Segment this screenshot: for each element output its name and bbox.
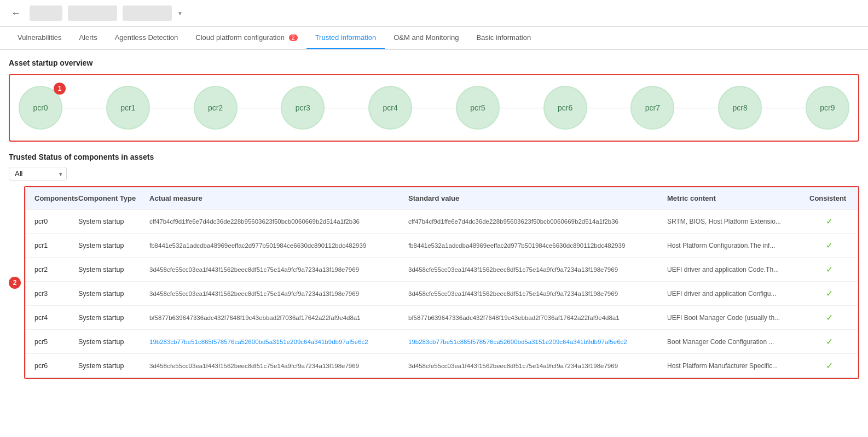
row-pcr1-actual: fb8441e532a1adcdba48969eeffac2d977b50198… [147,240,406,251]
row-pcr4-component: pcr4 [32,312,76,324]
pcr-circle-1[interactable]: pcr1 [106,86,150,130]
header-logo-area: ▼ [30,5,183,21]
filter-row: All Consistent Inconsistent [9,167,859,180]
table-row: pcr5 System startup 19b283cb77be51c865f5… [26,330,858,354]
tab-alerts[interactable]: Alerts [70,27,106,49]
pcr-circle-3[interactable]: pcr3 [281,86,325,130]
row-pcr2-metric: UEFI driver and application Code.Th... [665,264,807,276]
pcr-circle-5[interactable]: pcr5 [456,86,500,130]
row-pcr1-type: System startup [76,240,147,252]
table-header: Components Component Type Actual measure… [26,188,858,209]
trusted-status-title: Trusted Status of components in assets [9,153,859,161]
row-pcr6-actual: 3d458cfe55cc03ea1f443f1562beec8df51c75e1… [147,360,406,371]
row-pcr3-check: ✓ [807,286,851,301]
tab-om-monitoring[interactable]: O&M and Monitoring [385,27,467,49]
tab-cloud-platform[interactable]: Cloud platform configuration 2 [187,27,306,49]
row-pcr0-check: ✓ [807,214,851,229]
data-table: Components Component Type Actual measure… [25,187,858,378]
pcr0-badge: 1 [54,83,66,95]
row-pcr3-type: System startup [76,288,147,300]
row-pcr1-standard: fb8441e532a1adcdba48969eeffac2d977b50198… [406,240,665,251]
tab-vulnerabilities[interactable]: Vulnerabilities [9,27,70,49]
row-pcr5-type: System startup [76,336,147,348]
pcr-node-7: pcr7 [630,86,674,130]
row-pcr0-type: System startup [76,215,147,228]
row-pcr2-type: System startup [76,264,147,276]
logo-placeholder-2 [68,5,117,21]
row-pcr3-standard: 3d458cfe55cc03ea1f443f1562beec8df51c75e1… [406,288,665,299]
main-content: Asset startup overview pcr0 1 pcr1 pcr2 … [0,50,868,388]
pcr-node-6: pcr6 [543,86,587,130]
pcr-node-3: pcr3 [281,86,325,130]
row-pcr0-metric: SRTM, BIOS, Host Platform Extensio... [665,215,807,228]
row-pcr3-metric: UEFI driver and application Configu... [665,288,807,300]
filter-select-wrapper: All Consistent Inconsistent [9,167,67,180]
col-metric-content: Metric content [665,192,807,205]
asset-startup-title: Asset startup overview [9,59,859,67]
row-pcr0-standard: cff47b4cf9d1ffe6e7d4dc36de228b95603623f5… [406,216,665,227]
pcr-circle-8[interactable]: pcr8 [718,86,762,130]
row-pcr2-standard: 3d458cfe55cc03ea1f443f1562beec8df51c75e1… [406,264,665,275]
col-component-type: Component Type [76,192,147,205]
col-consistent: Consistent [807,192,851,205]
header-dropdown-arrow[interactable]: ▼ [177,10,183,16]
row-pcr2-component: pcr2 [32,264,76,276]
row-pcr4-metric: UEFI Boot Manager Code (usually th... [665,312,807,324]
row-pcr1-component: pcr1 [32,240,76,252]
row-pcr4-standard: bf5877b639647336adc432f7648f19c43ebbad2f… [406,312,665,323]
pcr-circle-0[interactable]: pcr0 1 [19,86,62,130]
row-pcr0-actual: cff47b4cf9d1ffe6e7d4dc36de228b95603623f5… [147,216,406,227]
table-row: pcr4 System startup bf5877b639647336adc4… [26,306,858,330]
row-pcr6-check: ✓ [807,358,851,373]
row-pcr6-type: System startup [76,360,147,372]
row-pcr3-component: pcr3 [32,288,76,300]
row-pcr5-standard: 19b283cb77be51c865f578576ca52600bd5a3151… [406,336,665,347]
row-pcr1-check: ✓ [807,238,851,253]
pcr-circle-7[interactable]: pcr7 [630,86,674,130]
pcr-node-8: pcr8 [718,86,762,130]
table-red-border: Components Component Type Actual measure… [24,186,859,379]
table-body: pcr0 System startup cff47b4cf9d1ffe6e7d4… [26,209,858,377]
pcr-circle-4[interactable]: pcr4 [368,86,412,130]
table-row: pcr6 System startup 3d458cfe55cc03ea1f44… [26,354,858,377]
row-pcr2-check: ✓ [807,262,851,277]
header-bar: ← ▼ [0,0,868,27]
row-pcr2-actual: 3d458cfe55cc03ea1f443f1562beec8df51c75e1… [147,264,406,275]
pcr-circle-2[interactable]: pcr2 [194,86,238,130]
row-pcr6-component: pcr6 [32,360,76,372]
tab-trusted-information[interactable]: Trusted information [306,27,385,49]
row-pcr0-component: pcr0 [32,215,76,228]
row-pcr5-check: ✓ [807,334,851,349]
filter-select[interactable]: All Consistent Inconsistent [9,167,67,180]
col-actual-measure: Actual measure [147,192,406,205]
pcr-circle-9[interactable]: pcr9 [806,86,849,130]
col-components: Components [32,192,76,205]
row-pcr6-metric: Host Platform Manufacturer Specific... [665,360,807,372]
table-row: pcr3 System startup 3d458cfe55cc03ea1f44… [26,282,858,306]
pcr-node-5: pcr5 [456,86,500,130]
row-pcr5-actual: 19b283cb77be51c865f578576ca52600bd5a3151… [147,336,406,347]
table-row: pcr0 System startup cff47b4cf9d1ffe6e7d4… [26,209,858,234]
row-pcr6-standard: 3d458cfe55cc03ea1f443f1562beec8df51c75e1… [406,360,665,371]
tab-agentless-detection[interactable]: Agentless Detection [106,27,187,49]
pcr-node-0: pcr0 1 [19,86,62,130]
pcr-node-2: pcr2 [194,86,238,130]
pcr-circle-6[interactable]: pcr6 [543,86,587,130]
table-badge-2: 2 [9,277,21,289]
table-wrapper: 2 Components Component Type Actual measu… [16,186,859,379]
back-button[interactable]: ← [9,8,23,19]
logo-placeholder-3 [123,5,172,21]
pcr-overview-box: pcr0 1 pcr1 pcr2 pcr3 pcr4 pcr5 pcr6 [9,74,859,142]
row-pcr1-metric: Host Platform Configuration.The inf... [665,240,807,252]
row-pcr4-actual: bf5877b639647336adc432f7648f19c43ebbad2f… [147,312,406,323]
cloud-platform-badge: 2 [289,34,298,41]
nav-tabs: Vulnerabilities Alerts Agentless Detecti… [0,27,868,50]
col-standard-value: Standard value [406,192,665,205]
pcr-node-4: pcr4 [368,86,412,130]
row-pcr3-actual: 3d458cfe55cc03ea1f443f1562beec8df51c75e1… [147,288,406,299]
table-row: pcr1 System startup fb8441e532a1adcdba48… [26,234,858,258]
tab-basic-information[interactable]: Basic information [467,27,540,49]
row-pcr5-metric: Boot Manager Code Configuration ... [665,336,807,348]
row-pcr4-type: System startup [76,312,147,324]
row-pcr4-check: ✓ [807,310,851,325]
